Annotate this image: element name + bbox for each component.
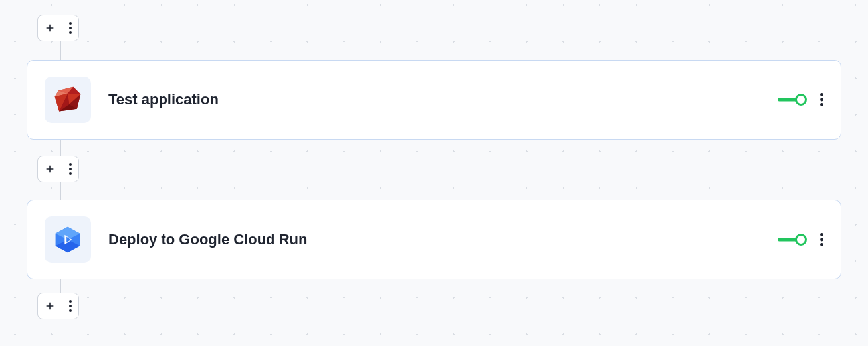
more-vertical-icon[interactable] xyxy=(820,93,823,106)
step-title: Test application xyxy=(108,91,778,108)
svg-point-15 xyxy=(69,163,72,166)
connector-line xyxy=(60,40,61,60)
svg-point-24 xyxy=(69,300,72,303)
plus-icon[interactable] xyxy=(45,23,55,33)
svg-point-16 xyxy=(69,168,72,170)
pipeline-step-card[interactable]: Deploy to Google Cloud Run xyxy=(27,200,841,279)
svg-point-12 xyxy=(820,93,823,96)
toggle-knob xyxy=(795,234,807,246)
add-step-pill xyxy=(37,15,79,41)
add-step-pill xyxy=(37,156,79,182)
svg-point-26 xyxy=(69,309,72,312)
svg-point-13 xyxy=(820,98,823,102)
svg-point-1 xyxy=(69,27,72,29)
more-vertical-icon[interactable] xyxy=(820,233,823,246)
pipeline-step-card[interactable]: Test application xyxy=(27,60,841,140)
svg-point-21 xyxy=(820,233,823,236)
step-enabled-toggle[interactable] xyxy=(778,92,807,107)
connector-line xyxy=(60,279,61,293)
svg-point-14 xyxy=(820,103,823,106)
google-cloud-icon xyxy=(45,216,91,263)
plus-icon[interactable] xyxy=(45,301,55,311)
svg-point-25 xyxy=(69,305,72,307)
add-step-pill xyxy=(37,293,79,319)
plus-icon[interactable] xyxy=(45,164,55,174)
svg-point-0 xyxy=(69,22,72,25)
svg-point-22 xyxy=(820,238,823,242)
more-vertical-icon[interactable] xyxy=(69,22,72,34)
svg-point-17 xyxy=(69,172,72,175)
step-enabled-toggle[interactable] xyxy=(778,232,807,247)
pill-divider xyxy=(62,21,62,35)
pill-divider xyxy=(62,299,62,313)
pill-divider xyxy=(62,162,62,176)
more-vertical-icon[interactable] xyxy=(69,163,72,175)
svg-point-2 xyxy=(69,31,72,34)
svg-point-23 xyxy=(820,243,823,246)
more-vertical-icon[interactable] xyxy=(69,300,72,312)
step-title: Deploy to Google Cloud Run xyxy=(108,231,778,248)
ruby-icon xyxy=(45,77,91,123)
toggle-knob xyxy=(795,94,807,106)
